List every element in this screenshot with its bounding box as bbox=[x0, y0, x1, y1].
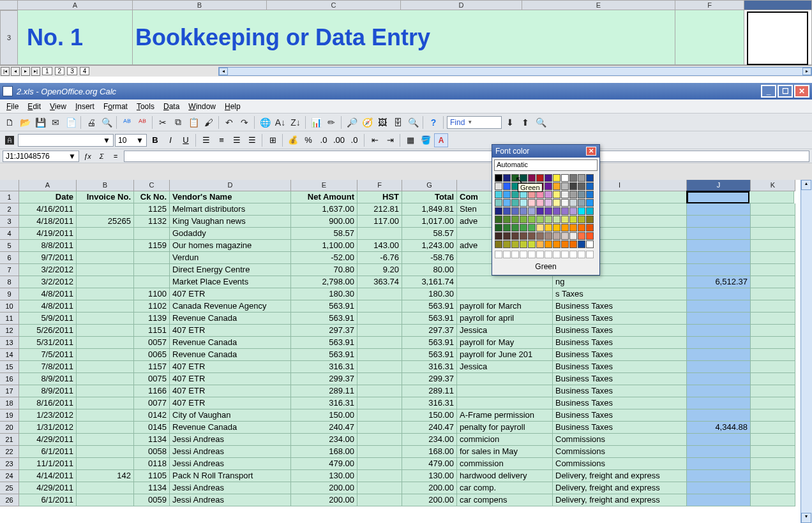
cell-J5[interactable] bbox=[687, 240, 751, 252]
cell-G23[interactable]: 479.00 bbox=[402, 458, 457, 470]
cell-B12[interactable] bbox=[77, 325, 134, 337]
color-swatch-40[interactable] bbox=[528, 199, 536, 207]
color-swatch-61[interactable] bbox=[503, 216, 511, 223]
color-swatch-4[interactable] bbox=[528, 174, 536, 182]
color-swatch-81[interactable] bbox=[569, 224, 577, 232]
color-swatch-1[interactable] bbox=[503, 174, 511, 182]
window-titlebar[interactable]: 2.xls - OpenOffice.org Calc _ ☐ ✕ bbox=[0, 83, 812, 99]
color-swatch-19[interactable] bbox=[553, 182, 560, 190]
color-swatch-94[interactable] bbox=[578, 232, 585, 240]
cell-B22[interactable] bbox=[77, 446, 134, 458]
cell-D14[interactable]: Revenue Canada bbox=[170, 349, 291, 361]
align-justify-icon[interactable]: ☰ bbox=[245, 133, 259, 147]
colhead-B[interactable]: B bbox=[133, 0, 267, 10]
cell-C15[interactable]: 1157 bbox=[134, 361, 170, 373]
cell-H16[interactable] bbox=[457, 373, 553, 385]
cell-D11[interactable]: Revenue Canada bbox=[170, 313, 291, 325]
cell-G2[interactable]: 1,849.81 bbox=[402, 203, 457, 216]
cell-A3[interactable]: 4/18/2011 bbox=[19, 216, 77, 228]
rownum-15[interactable]: 15 bbox=[0, 361, 19, 373]
styles-icon[interactable]: 🅰 bbox=[3, 133, 17, 147]
color-swatch-43[interactable] bbox=[553, 199, 560, 207]
cell-A9[interactable]: 4/8/2011 bbox=[19, 288, 77, 300]
cell-J14[interactable] bbox=[687, 349, 751, 361]
cell-A25[interactable]: 4/29/2011 bbox=[19, 482, 77, 494]
cell-K17[interactable] bbox=[751, 385, 795, 397]
color-swatch-13[interactable] bbox=[503, 182, 511, 190]
cell-K13[interactable] bbox=[751, 337, 795, 349]
cell-K14[interactable] bbox=[751, 349, 795, 361]
color-swatch-95[interactable] bbox=[586, 232, 594, 240]
rownum-26[interactable]: 26 bbox=[0, 494, 19, 506]
cell-D2[interactable]: Melmart distributors bbox=[170, 203, 291, 216]
color-swatch-69[interactable] bbox=[569, 216, 577, 223]
cell-B2[interactable] bbox=[77, 203, 134, 216]
cell-J21[interactable] bbox=[687, 434, 751, 446]
menu-insert[interactable]: Insert bbox=[71, 101, 98, 112]
cell-B14[interactable] bbox=[77, 349, 134, 361]
color-swatch-32[interactable] bbox=[561, 191, 569, 198]
cell-E17[interactable]: 289.11 bbox=[291, 385, 357, 397]
cell-I22[interactable]: Commissions bbox=[553, 446, 687, 458]
color-swatch-46[interactable] bbox=[578, 199, 585, 207]
cell-A12[interactable]: 5/26/2011 bbox=[19, 325, 77, 337]
color-swatch-91[interactable] bbox=[553, 232, 560, 240]
cell-J9[interactable] bbox=[687, 288, 751, 300]
color-swatch-47[interactable] bbox=[586, 199, 594, 207]
vertical-scrollbar[interactable]: ▴ ▾ bbox=[801, 180, 812, 523]
font-color-icon[interactable]: A bbox=[434, 133, 448, 147]
bg-color-icon[interactable]: 🪣 bbox=[419, 133, 433, 147]
color-swatch-33[interactable] bbox=[569, 191, 577, 198]
color-swatch-36[interactable] bbox=[495, 199, 502, 207]
cell-K9[interactable] bbox=[751, 288, 795, 300]
sum-icon[interactable]: Σ bbox=[96, 151, 107, 162]
cell-E7[interactable]: 70.80 bbox=[291, 264, 357, 276]
color-swatch-98[interactable] bbox=[511, 240, 519, 248]
cell-B15[interactable] bbox=[77, 361, 134, 373]
header-E[interactable]: Net Amount bbox=[291, 191, 357, 203]
cell-D5[interactable]: Our homes magazine bbox=[170, 240, 291, 252]
header-K[interactable] bbox=[749, 191, 794, 203]
del-decimal-icon[interactable]: .0 bbox=[347, 133, 361, 147]
cell-F8[interactable]: 363.74 bbox=[357, 276, 402, 288]
cell-D18[interactable]: 407 ETR bbox=[170, 397, 291, 409]
rownum-23[interactable]: 23 bbox=[0, 458, 19, 470]
color-swatch-53[interactable] bbox=[536, 207, 544, 215]
color-swatch-99[interactable] bbox=[520, 240, 527, 248]
cell-A8[interactable]: 3/2/2012 bbox=[19, 276, 77, 288]
cell-G15[interactable]: 316.31 bbox=[402, 361, 457, 373]
hscroll-right[interactable]: ▸ bbox=[802, 68, 811, 75]
cell-E4[interactable]: 58.57 bbox=[291, 228, 357, 240]
cell-K25[interactable] bbox=[751, 482, 795, 494]
cell-F25[interactable] bbox=[357, 482, 402, 494]
formula-input[interactable] bbox=[124, 151, 809, 162]
color-swatch-7[interactable] bbox=[553, 174, 560, 182]
custom-slot-9[interactable] bbox=[569, 251, 577, 258]
cell-C17[interactable]: 1166 bbox=[134, 385, 170, 397]
color-swatch-45[interactable] bbox=[569, 199, 577, 207]
cell-F17[interactable] bbox=[357, 385, 402, 397]
cell-E11[interactable]: 563.91 bbox=[291, 313, 357, 325]
minimize-button[interactable]: _ bbox=[761, 85, 776, 98]
chart-icon[interactable]: 📊 bbox=[309, 115, 323, 129]
cell-K2[interactable] bbox=[751, 203, 795, 216]
cell-K6[interactable] bbox=[751, 252, 795, 264]
color-swatch-50[interactable] bbox=[511, 207, 519, 215]
cell-C22[interactable]: 0058 bbox=[134, 446, 170, 458]
cell-J25[interactable] bbox=[687, 482, 751, 494]
color-swatch-67[interactable] bbox=[553, 216, 560, 223]
header-J[interactable] bbox=[686, 191, 750, 204]
color-swatch-2[interactable] bbox=[511, 174, 519, 182]
rownum-3[interactable]: 3 bbox=[0, 216, 19, 228]
cell-J23[interactable] bbox=[687, 458, 751, 470]
cell-F14[interactable] bbox=[357, 349, 402, 361]
color-swatch-72[interactable] bbox=[495, 224, 502, 232]
cell-J10[interactable] bbox=[687, 300, 751, 313]
cell-K15[interactable] bbox=[751, 361, 795, 373]
custom-slot-1[interactable] bbox=[503, 251, 511, 258]
cell-B10[interactable] bbox=[77, 300, 134, 313]
grid-colhead-D[interactable]: D bbox=[170, 180, 291, 191]
show-draw-icon[interactable]: ✏ bbox=[324, 115, 338, 129]
cell-J4[interactable] bbox=[687, 228, 751, 240]
cell-D17[interactable]: 407 ETR bbox=[170, 385, 291, 397]
